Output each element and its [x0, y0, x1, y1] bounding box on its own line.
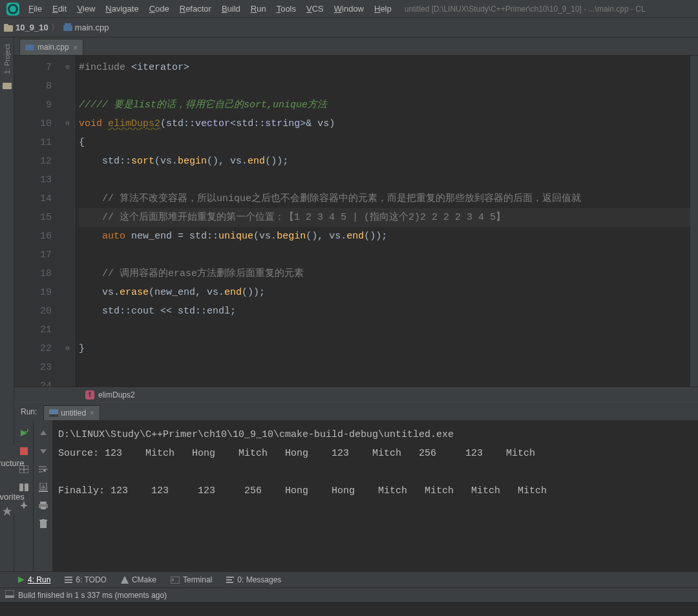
- bottom-tab-cmake[interactable]: CMake: [121, 575, 156, 584]
- line-number: 20: [14, 302, 52, 321]
- svg-rect-14: [25, 483, 28, 491]
- bottom-tab-terminal-label: Terminal: [183, 575, 212, 584]
- folder-icon: [4, 24, 13, 32]
- code-area[interactable]: #include <iterator>///// 要是list的话，得用它自己的…: [75, 56, 698, 387]
- main-body: 1: Project main.cpp × 789101112131415161…: [0, 37, 698, 571]
- print-button[interactable]: [37, 500, 49, 511]
- code-line[interactable]: std::sort(vs.begin(), vs.end());: [79, 152, 698, 171]
- softwrap-button[interactable]: [37, 463, 49, 475]
- bottom-tab-terminal[interactable]: Terminal: [171, 575, 212, 584]
- editor-structure-crumb[interactable]: f elimDups2: [14, 387, 698, 402]
- status-window-icon[interactable]: [5, 590, 14, 600]
- scroll-to-end-button[interactable]: [37, 482, 49, 493]
- trash-button[interactable]: [37, 518, 49, 529]
- menu-help[interactable]: Help: [369, 0, 397, 18]
- line-number: 12: [14, 152, 52, 171]
- bottom-tab-run[interactable]: 4: Run: [18, 575, 50, 584]
- code-line[interactable]: auto new_end = std::unique(vs.begin(), v…: [79, 227, 698, 246]
- close-icon[interactable]: ×: [73, 43, 78, 52]
- list-icon: [65, 577, 72, 583]
- code-line[interactable]: ///// 要是list的话，得用它自己的sort,unique方法: [79, 96, 698, 114]
- code-line[interactable]: // 算法不改变容器，所以unique之后也不会删除容器中的元素，而是把重复的那…: [79, 189, 698, 208]
- svg-rect-4: [3, 83, 12, 89]
- svg-rect-22: [42, 519, 45, 520]
- project-tool-tab[interactable]: 1: Project: [3, 40, 11, 78]
- clion-app-icon: [6, 3, 19, 16]
- rerun-button[interactable]: [18, 427, 30, 439]
- menu-view[interactable]: View: [72, 0, 100, 18]
- menu-refactor[interactable]: Refactor: [174, 0, 217, 18]
- line-number-gutter: 789101112131415161718192021222324: [14, 56, 61, 387]
- line-number: 18: [14, 264, 52, 283]
- menu-window[interactable]: Window: [329, 0, 369, 18]
- structure-tool-tab[interactable]: 7: Structure: [0, 446, 24, 471]
- line-number: 22: [14, 339, 52, 358]
- window-title-path: untitled [D:\LINUX\Study\C++Primer\ch10\…: [405, 5, 646, 14]
- down-button[interactable]: [37, 445, 49, 457]
- code-line[interactable]: // 调用容器的erase方法删除后面重复的元素: [79, 264, 698, 283]
- line-number: 8: [14, 77, 52, 96]
- menu-bar: FileEditViewNavigateCodeRefactorBuildRun…: [0, 0, 698, 18]
- code-line[interactable]: #include <iterator>: [79, 58, 698, 77]
- menu-edit[interactable]: Edit: [47, 0, 72, 18]
- line-number: 7: [14, 58, 52, 77]
- close-icon[interactable]: ×: [90, 409, 94, 418]
- run-console[interactable]: D:\LINUX\Study\C++Primer\ch10\10_9_10\cm…: [53, 420, 698, 571]
- terminal-icon: [171, 577, 180, 584]
- editor-pane: main.cpp × 78910111213141516171819202122…: [14, 37, 698, 571]
- code-line[interactable]: }: [79, 339, 698, 358]
- svg-rect-17: [40, 502, 47, 504]
- run-header: Run: untitled ×: [14, 403, 698, 420]
- code-line[interactable]: void elimDups2(std::vector<std::string>&…: [79, 114, 698, 133]
- run-toolbar-right: [34, 420, 53, 571]
- favorites-tool-tab[interactable]: 2: Favorites: [0, 480, 25, 504]
- svg-rect-1: [4, 24, 8, 27]
- play-icon: [18, 577, 25, 583]
- code-line[interactable]: [79, 246, 698, 264]
- fold-gutter[interactable]: ⊖⊖⊖: [61, 56, 75, 387]
- menu-tools[interactable]: Tools: [271, 0, 301, 18]
- line-number: 9: [14, 96, 52, 114]
- menu-file[interactable]: File: [23, 0, 47, 18]
- run-tab-untitled[interactable]: untitled ×: [43, 405, 100, 420]
- code-line[interactable]: {: [79, 133, 698, 152]
- svg-rect-19: [41, 507, 46, 509]
- fold-toggle[interactable]: ⊖: [61, 58, 74, 77]
- line-number: 10: [14, 114, 52, 133]
- breadcrumb-project-label: 10_9_10: [16, 23, 48, 32]
- svg-rect-20: [40, 521, 47, 528]
- bottom-tab-run-label: 4: Run: [28, 575, 50, 584]
- breadcrumb-file[interactable]: main.cpp: [63, 23, 109, 32]
- editor-scrollbar[interactable]: [690, 56, 698, 387]
- fold-toggle[interactable]: ⊖: [61, 114, 74, 133]
- code-editor[interactable]: 789101112131415161718192021222324 ⊖⊖⊖ #i…: [14, 56, 698, 387]
- code-line[interactable]: [79, 377, 698, 387]
- menu-navigate[interactable]: Navigate: [100, 0, 143, 18]
- svg-rect-26: [171, 577, 180, 584]
- menu-run[interactable]: Run: [246, 0, 271, 18]
- fold-toggle[interactable]: ⊖: [61, 339, 74, 358]
- up-button[interactable]: [37, 427, 49, 439]
- editor-tab-main-cpp[interactable]: main.cpp ×: [19, 39, 83, 55]
- line-number: 24: [14, 377, 52, 387]
- bottom-tab-messages-label: 0: Messages: [237, 575, 281, 584]
- chevron-right-icon: 〉: [51, 22, 59, 34]
- code-line[interactable]: vs.erase(new_end, vs.end());: [79, 283, 698, 302]
- breadcrumb-project[interactable]: 10_9_10 〉: [4, 22, 62, 34]
- code-line[interactable]: [79, 171, 698, 189]
- bottom-tab-messages[interactable]: 0: Messages: [226, 575, 281, 584]
- menu-code[interactable]: Code: [144, 0, 174, 18]
- code-line[interactable]: std::cout << std::endl;: [79, 302, 698, 321]
- code-line[interactable]: [79, 321, 698, 339]
- code-line[interactable]: // 这个后面那堆开始重复的第一个位置：【1 2 3 4 5 | (指向这个2)…: [79, 208, 698, 227]
- code-line[interactable]: [79, 77, 698, 96]
- line-number: 15: [14, 208, 52, 227]
- svg-rect-5: [25, 45, 34, 50]
- menu-build[interactable]: Build: [217, 0, 246, 18]
- menu-vcs[interactable]: VCS: [301, 0, 329, 18]
- bottom-tab-todo[interactable]: 6: TODO: [65, 575, 107, 584]
- code-line[interactable]: [79, 358, 698, 377]
- star-icon: [3, 507, 12, 516]
- line-number: 16: [14, 227, 52, 246]
- status-text: Build finished in 1 s 337 ms (moments ag…: [18, 591, 167, 600]
